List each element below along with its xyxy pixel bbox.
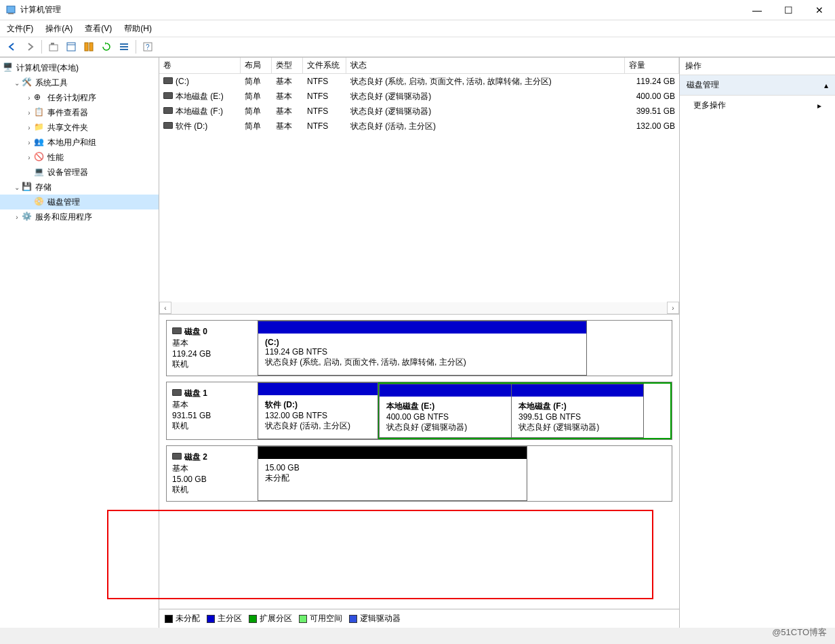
tree-performance[interactable]: ›🚫性能 <box>0 150 159 165</box>
expand-icon[interactable]: › <box>24 124 34 132</box>
partition[interactable]: 本地磁盘 (F:)399.51 GB NTFS状态良好 (逻辑驱动器) <box>511 384 644 438</box>
collapse-icon[interactable]: ▴ <box>824 81 828 90</box>
volume-icon <box>163 92 173 99</box>
toolbar-help-button[interactable]: ? <box>140 39 156 55</box>
expand-icon[interactable]: › <box>12 214 22 221</box>
toolbar-view2-button[interactable] <box>81 39 97 55</box>
menubar: 文件(F) 操作(A) 查看(V) 帮助(H) <box>0 20 835 37</box>
toolbar-refresh-button[interactable] <box>98 39 115 55</box>
partition-header-bar <box>258 383 378 395</box>
disk-panel[interactable]: 磁盘 1基本931.51 GB联机软件 (D:)132.00 GB NTFS状态… <box>166 382 672 440</box>
tree-local-users[interactable]: ›👥本地用户和组 <box>0 135 159 150</box>
svg-rect-2 <box>49 45 58 51</box>
menu-file[interactable]: 文件(F) <box>7 23 33 35</box>
maximize-button[interactable]: ☐ <box>773 0 804 20</box>
collapse-icon[interactable]: ⌄ <box>12 184 22 191</box>
col-layout[interactable]: 布局 <box>241 58 272 73</box>
menu-action[interactable]: 操作(A) <box>45 23 73 35</box>
volume-row[interactable]: (C:)简单基本NTFS状态良好 (系统, 启动, 页面文件, 活动, 故障转储… <box>159 74 679 89</box>
disk-body: 15.00 GB未分配 <box>258 446 672 501</box>
partition-header-bar <box>380 384 511 397</box>
legend-extended: 扩展分区 <box>249 613 292 624</box>
computer-icon: 🖥️ <box>3 62 14 73</box>
nav-forward-button[interactable] <box>22 39 38 55</box>
col-status[interactable]: 状态 <box>346 58 625 73</box>
annotation-highlight <box>107 510 653 599</box>
partition[interactable]: 15.00 GB未分配 <box>258 446 527 501</box>
svg-rect-1 <box>8 13 14 14</box>
tree-device-manager[interactable]: 💻设备管理器 <box>0 165 159 180</box>
disk-panel[interactable]: 磁盘 2基本15.00 GB联机15.00 GB未分配 <box>166 445 672 502</box>
disk-icon: 📀 <box>34 197 45 207</box>
close-button[interactable]: ✕ <box>804 0 835 20</box>
extended-partition[interactable]: 本地磁盘 (E:)400.00 GB NTFS状态良好 (逻辑驱动器)本地磁盘 … <box>378 382 672 439</box>
scroll-left-icon[interactable]: ‹ <box>159 302 171 314</box>
window-title: 计算机管理 <box>20 4 741 16</box>
clock-icon: ⊕ <box>34 92 45 103</box>
event-icon: 📋 <box>34 107 45 118</box>
services-icon: ⚙️ <box>22 212 33 222</box>
toolbar: ? <box>0 37 835 57</box>
partition[interactable]: 软件 (D:)132.00 GB NTFS状态良好 (活动, 主分区) <box>258 382 378 439</box>
menu-view[interactable]: 查看(V) <box>85 23 112 35</box>
volume-list-header[interactable]: 卷 布局 类型 文件系统 状态 容量 <box>159 58 679 74</box>
volume-row[interactable]: 本地磁盘 (E:)简单基本NTFS状态良好 (逻辑驱动器)400.00 GB <box>159 89 679 104</box>
scroll-right-icon[interactable]: › <box>667 302 679 314</box>
actions-section-diskmgmt[interactable]: 磁盘管理 ▴ <box>680 75 835 96</box>
svg-rect-8 <box>120 43 128 45</box>
h-scrollbar[interactable]: ‹ › <box>159 302 679 314</box>
disk-header[interactable]: 磁盘 1基本931.51 GB联机 <box>167 382 258 439</box>
tree-storage[interactable]: ⌄💾存储 <box>0 180 159 195</box>
volume-icon <box>163 122 173 129</box>
svg-rect-3 <box>51 43 54 45</box>
tree-task-scheduler[interactable]: ›⊕任务计划程序 <box>0 90 159 105</box>
col-capacity[interactable]: 容量 <box>625 58 679 73</box>
expand-icon[interactable]: › <box>24 154 34 161</box>
disk-body: 软件 (D:)132.00 GB NTFS状态良好 (活动, 主分区)本地磁盘 … <box>258 382 672 439</box>
legend-unalloc: 未分配 <box>165 613 200 624</box>
nav-back-button[interactable] <box>4 39 20 55</box>
volume-icon <box>163 77 173 84</box>
legend-primary: 主分区 <box>207 613 242 624</box>
partition-header-bar <box>258 321 586 334</box>
col-volume[interactable]: 卷 <box>159 58 241 73</box>
toolbar-up-button[interactable] <box>45 39 62 55</box>
chevron-right-icon: ▸ <box>817 101 821 110</box>
volume-row[interactable]: 软件 (D:)简单基本NTFS状态良好 (活动, 主分区)132.00 GB <box>159 119 679 134</box>
actions-more[interactable]: 更多操作 ▸ <box>680 96 835 115</box>
expand-icon[interactable]: › <box>24 94 34 102</box>
svg-rect-0 <box>7 6 15 13</box>
legend-free: 可用空间 <box>299 613 342 624</box>
volume-list: 卷 布局 类型 文件系统 状态 容量 (C:)简单基本NTFS状态良好 (系统,… <box>159 58 679 315</box>
minimize-button[interactable]: — <box>741 0 773 20</box>
disk-panel[interactable]: 磁盘 0基本119.24 GB联机(C:)119.24 GB NTFS状态良好 … <box>166 320 672 376</box>
toolbar-view1-button[interactable] <box>63 39 79 55</box>
titlebar: 计算机管理 — ☐ ✕ <box>0 0 835 20</box>
partition[interactable]: (C:)119.24 GB NTFS状态良好 (系统, 启动, 页面文件, 活动… <box>258 321 587 376</box>
svg-rect-4 <box>67 43 75 51</box>
disk-header[interactable]: 磁盘 2基本15.00 GB联机 <box>167 446 258 501</box>
menu-help[interactable]: 帮助(H) <box>124 23 152 35</box>
watermark: @51CTO博客 <box>772 626 827 639</box>
tree-system-tools[interactable]: ⌄🛠️系统工具 <box>0 75 159 90</box>
disk-icon <box>172 389 182 396</box>
users-icon: 👥 <box>34 137 45 148</box>
collapse-icon[interactable]: ⌄ <box>12 79 22 87</box>
volume-row[interactable]: 本地磁盘 (F:)简单基本NTFS状态良好 (逻辑驱动器)399.51 GB <box>159 104 679 119</box>
expand-icon[interactable]: › <box>24 139 34 146</box>
disk-icon <box>172 453 182 460</box>
tree-shared-folders[interactable]: ›📁共享文件夹 <box>0 120 159 135</box>
device-icon: 💻 <box>34 167 45 178</box>
tree-services[interactable]: ›⚙️服务和应用程序 <box>0 209 159 224</box>
partition[interactable]: 本地磁盘 (E:)400.00 GB NTFS状态良好 (逻辑驱动器) <box>379 384 512 438</box>
legend-logical: 逻辑驱动器 <box>349 613 401 624</box>
expand-icon[interactable]: › <box>24 109 34 117</box>
disk-header[interactable]: 磁盘 0基本119.24 GB联机 <box>167 321 258 376</box>
col-type[interactable]: 类型 <box>272 58 303 73</box>
toolbar-list-button[interactable] <box>116 39 132 55</box>
tree-root[interactable]: 🖥️计算机管理(本地) <box>0 60 159 75</box>
col-filesystem[interactable]: 文件系统 <box>303 58 346 73</box>
disk-icon <box>172 327 182 334</box>
tree-disk-management[interactable]: 📀磁盘管理 <box>0 195 159 209</box>
tree-event-viewer[interactable]: ›📋事件查看器 <box>0 105 159 120</box>
